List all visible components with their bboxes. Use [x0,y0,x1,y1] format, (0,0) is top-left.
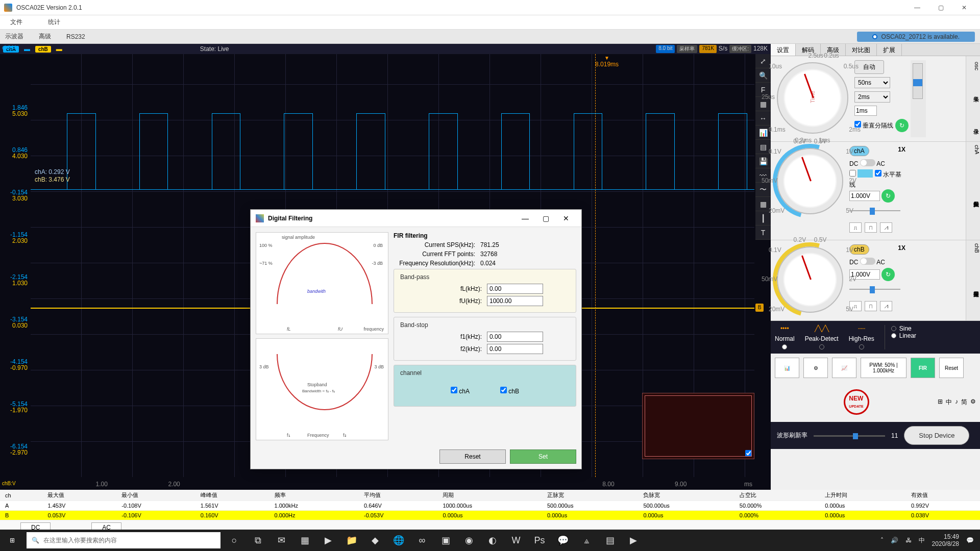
toolbar-protocol[interactable]: RS232 [66,33,85,40]
acq-peak[interactable]: ╱╲╱╲Peak-Detect [805,325,839,349]
span-input[interactable] [854,106,877,116]
tb-taskview-icon[interactable]: ⧉ [246,530,270,551]
chb-badge[interactable]: chB [35,46,51,53]
dialog-minimize-button[interactable]: — [515,214,535,222]
cha-wave-saw-icon[interactable]: ⩘ [880,222,892,233]
cha-checkbox-label[interactable]: chA [451,387,470,395]
vert-slider[interactable] [913,63,923,99]
misc-icon-5[interactable]: ⚙ [970,398,976,407]
cha-dial[interactable]: 0.1V 0.2V 0.5V 1V 2V 5V 20mV 50mV [777,148,843,214]
text-icon[interactable]: T [755,226,771,240]
tb-chrome-icon[interactable]: ◉ [457,530,481,551]
close-button[interactable]: ✕ [952,0,976,15]
dialog-set-button[interactable]: Set [510,449,576,464]
acq-hires[interactable]: ┄┄High-Res [849,325,874,349]
toolbar-scope[interactable]: 示波器 [5,32,23,41]
update-banner[interactable]: OSCA02_20712 is available. [857,32,975,42]
chb-coupling-switch[interactable] [860,258,875,265]
acq-normal[interactable]: ••••Normal [775,325,795,349]
fu-input[interactable] [487,296,543,306]
start-button[interactable]: ⊞ [0,530,24,551]
cha-wave-square-icon[interactable]: ⎍ [849,222,862,233]
fl-input[interactable] [487,284,543,294]
cha-reset-button[interactable]: ↻ [881,189,895,203]
chb-checkbox[interactable] [500,387,507,393]
minimap-checkbox[interactable] [745,450,752,457]
tb-edge-icon[interactable]: 🌐 [387,530,410,551]
tab-extend[interactable]: 扩展 [877,44,902,56]
dialog-titlebar[interactable]: Digital Filtering — ▢ ✕ [251,210,581,227]
chb-vside-top[interactable]: chB [966,240,980,253]
cha-baseline[interactable] [31,189,754,190]
vside-rec[interactable]: 录像 [966,107,980,141]
timebase-select[interactable]: 50ns [854,77,890,88]
refresh-slider[interactable] [814,431,885,441]
tb-wechat-icon[interactable]: 💬 [551,530,575,551]
tb-osca-icon[interactable]: ⟁ [575,530,598,551]
new-update-badge[interactable]: NEWUPDATE [844,389,869,415]
chb-vside[interactable]: 逻辑差分探头 [966,253,980,320]
taskbar-clock[interactable]: 15:49 2020/8/28 [932,533,959,548]
chb-mult[interactable]: 1X [898,244,905,252]
misc-icon-2[interactable]: 中 [946,398,952,407]
tb-word-icon[interactable]: W [504,530,528,551]
chart-icon[interactable]: 📈 [832,358,856,378]
f2-input[interactable] [487,344,543,354]
chb-wave-saw-icon[interactable]: ⩘ [880,301,892,311]
tray-ime-icon[interactable]: 中 [919,536,925,545]
tb-cortana-icon[interactable]: ○ [223,530,246,551]
tb-ps-icon[interactable]: Ps [528,530,551,551]
minimap[interactable] [642,393,754,459]
reset-button[interactable]: Reset [939,358,964,378]
tb-media-icon[interactable]: ▶ [316,530,340,551]
misc-icon-1[interactable]: ⊞ [938,398,943,407]
menu-file[interactable]: 文件 [10,18,22,27]
chb-dial[interactable]: 0.1V 0.2V 0.5V 1V 2V 5V 20mV 50mV [777,246,843,313]
chb-reset-button[interactable]: ↻ [881,268,895,281]
interp-linear[interactable]: Linear [891,332,916,339]
cha-mult[interactable]: 1X [898,146,905,153]
f1-input[interactable] [487,332,543,342]
tb-app5-icon[interactable]: ◐ [481,530,504,551]
cha-vside-top[interactable]: chA [966,142,980,154]
dialog-reset-button[interactable]: Reset [439,449,506,464]
system-tray[interactable]: ˄ 🔊 🖧 中 15:49 2020/8/28 💬 [874,533,980,548]
auto-button[interactable]: 自动 [854,60,884,74]
tray-sound-icon[interactable]: 🔊 [891,537,898,544]
tray-net-icon[interactable]: 🖧 [905,537,912,544]
toolbar-advanced[interactable]: 高级 [39,32,51,41]
tb-app4-icon[interactable]: ▣ [434,530,457,551]
tb-app3-icon[interactable]: ∞ [410,530,434,551]
menu-stats[interactable]: 统计 [48,18,60,27]
tray-notif-icon[interactable]: 💬 [966,537,974,544]
cha-vside[interactable]: 触发差分探头 [966,154,980,240]
vside-osc[interactable]: osc [966,56,980,77]
cha-wave-pulse-icon[interactable]: ⨅ [865,222,877,233]
trigger-time-flag[interactable]: 8.019ms [595,55,619,68]
chb-checkbox-label[interactable]: chB [500,387,519,395]
tb-app1-icon[interactable]: ▦ [293,530,316,551]
stop-device-button[interactable]: Stop Device [904,426,969,445]
hist-icon[interactable]: 📊 [775,358,799,378]
time-reset-button[interactable]: ↻ [895,119,909,132]
gear-icon[interactable]: ⚙ [803,358,828,378]
hbase-checkbox[interactable] [875,170,881,177]
misc-icon-4[interactable]: 简 [961,398,967,407]
tb-player-icon[interactable]: ▶ [622,530,645,551]
pwm-display[interactable]: PWM: 50% | 1.000kHz [861,358,906,378]
chb-slider[interactable] [849,284,900,294]
vside-acq[interactable]: 采集卡 [966,77,980,107]
dialog-maximize-button[interactable]: ▢ [535,214,556,222]
tb-app6-icon[interactable]: ▤ [598,530,622,551]
misc-icon-3[interactable]: ♪ [955,398,958,407]
chb-wave-pulse-icon[interactable]: ⨅ [865,301,877,311]
span-select[interactable]: 2ms [854,91,890,103]
minimize-button[interactable]: — [905,0,929,15]
tb-app2-icon[interactable]: ◆ [363,530,387,551]
interp-sine[interactable]: Sine [891,325,916,332]
tb-explorer-icon[interactable]: 📁 [340,530,363,551]
timebase-dial[interactable]: Time 2.5us 10us 25us 0.1ms 0.2ms 1ms 2ms… [777,62,848,134]
fir-button[interactable]: FIR [911,358,935,378]
maximize-button[interactable]: ▢ [929,0,952,15]
chb-marker[interactable]: B [755,304,764,312]
